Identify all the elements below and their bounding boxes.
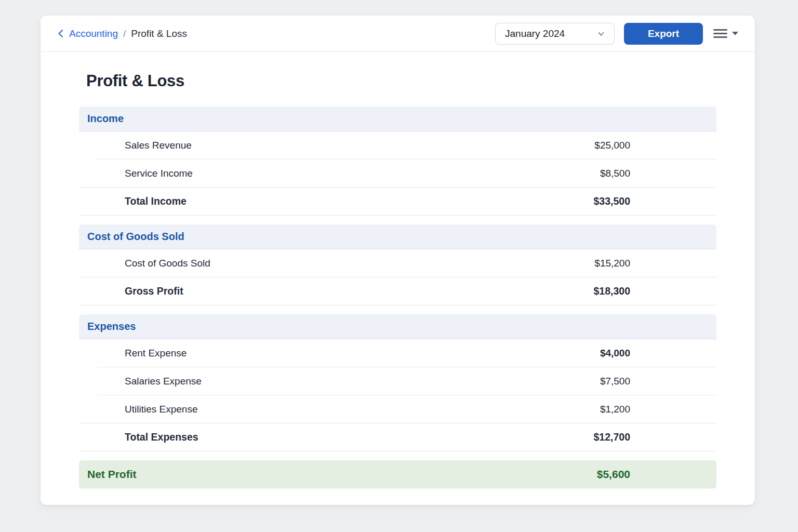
row-label: Salaries Expense [79, 376, 202, 387]
net-profit-bar: Net Profit $5,600 [79, 460, 716, 488]
report-content: Profit & Loss Income Sales Revenue $25,0… [41, 72, 755, 488]
total-value: $18,300 [594, 285, 717, 297]
breadcrumb: Accounting / Profit & Loss [56, 28, 187, 39]
page-title: Profit & Loss [86, 72, 716, 90]
table-row: Salaries Expense $7,500 [79, 367, 716, 395]
section-expenses: Expenses Rent Expense $4,000 Salaries Ex… [79, 314, 716, 451]
row-value: $4,000 [600, 348, 716, 359]
breadcrumb-back-label: Accounting [69, 28, 118, 39]
row-value: $8,500 [600, 168, 716, 179]
row-value: $7,500 [600, 376, 716, 387]
section-end-divider [79, 451, 716, 451]
table-row: Utilities Expense $1,200 [79, 395, 716, 423]
breadcrumb-back-link[interactable]: Accounting [56, 28, 118, 39]
top-bar: Accounting / Profit & Loss January 2024 … [41, 16, 755, 52]
hamburger-icon [713, 29, 727, 38]
total-value: $12,700 [594, 431, 717, 443]
table-row: Rent Expense $4,000 [79, 339, 716, 367]
menu-button[interactable] [712, 27, 739, 40]
caret-down-icon [732, 32, 738, 35]
total-row-expenses: Total Expenses $12,700 [79, 423, 716, 451]
profit-loss-card: Accounting / Profit & Loss January 2024 … [41, 16, 755, 505]
row-label: Utilities Expense [79, 404, 197, 415]
row-label: Rent Expense [79, 348, 187, 359]
table-row: Cost of Goods Sold $15,200 [79, 249, 716, 277]
export-button[interactable]: Export [624, 23, 703, 45]
row-value: $1,200 [600, 404, 716, 415]
net-profit-value: $5,600 [597, 468, 716, 481]
table-row: Service Income $8,500 [79, 159, 716, 187]
section-end-divider [79, 305, 716, 305]
row-label: Service Income [79, 168, 193, 179]
total-label: Gross Profit [79, 285, 183, 297]
section-income: Income Sales Revenue $25,000 Service Inc… [79, 107, 716, 216]
total-row-gross-profit: Gross Profit $18,300 [79, 277, 716, 305]
total-value: $33,500 [594, 195, 717, 207]
section-cogs: Cost of Goods Sold Cost of Goods Sold $1… [79, 224, 716, 305]
section-end-divider [79, 215, 716, 216]
top-bar-actions: January 2024 Export [495, 23, 739, 45]
total-row-income: Total Income $33,500 [79, 188, 716, 215]
chevron-left-icon [56, 29, 66, 38]
breadcrumb-current: Profit & Loss [131, 28, 187, 39]
row-value: $25,000 [594, 140, 716, 151]
row-label: Sales Revenue [79, 140, 192, 151]
period-select-value: January 2024 [505, 28, 565, 39]
row-label: Cost of Goods Sold [79, 258, 210, 269]
table-row: Sales Revenue $25,000 [79, 131, 716, 159]
section-header-income: Income [79, 107, 716, 131]
period-select[interactable]: January 2024 [495, 23, 615, 45]
chevron-down-icon [596, 29, 606, 38]
section-header-cogs: Cost of Goods Sold [79, 224, 716, 249]
row-value: $15,200 [594, 258, 716, 269]
total-label: Total Expenses [79, 431, 198, 443]
breadcrumb-separator: / [122, 28, 127, 39]
total-label: Total Income [79, 195, 187, 207]
net-profit-label: Net Profit [79, 468, 137, 481]
section-header-expenses: Expenses [79, 314, 716, 339]
